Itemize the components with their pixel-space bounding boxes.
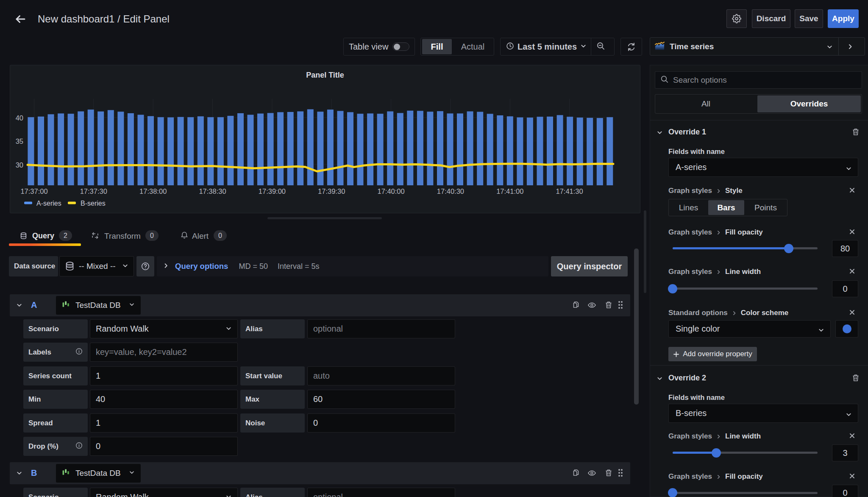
svg-text:17:38:30: 17:38:30 — [199, 187, 226, 195]
svg-text:17:41:30: 17:41:30 — [556, 187, 583, 195]
svg-text:17:39:00: 17:39:00 — [259, 187, 286, 195]
svg-text:17:39:30: 17:39:30 — [318, 187, 345, 195]
svg-text:A-series: A-series — [36, 200, 61, 207]
svg-text:17:37:30: 17:37:30 — [80, 187, 107, 195]
svg-text:B-series: B-series — [81, 200, 106, 207]
svg-text:17:38:00: 17:38:00 — [139, 187, 167, 195]
svg-text:35: 35 — [16, 137, 23, 145]
svg-text:40: 40 — [16, 114, 23, 122]
svg-text:30: 30 — [16, 161, 23, 169]
svg-text:17:40:00: 17:40:00 — [377, 187, 404, 195]
svg-text:17:37:00: 17:37:00 — [20, 187, 47, 195]
svg-text:17:41:00: 17:41:00 — [496, 187, 523, 195]
svg-text:17:40:30: 17:40:30 — [437, 187, 464, 195]
svg-text:Panel Title: Panel Title — [306, 71, 344, 79]
